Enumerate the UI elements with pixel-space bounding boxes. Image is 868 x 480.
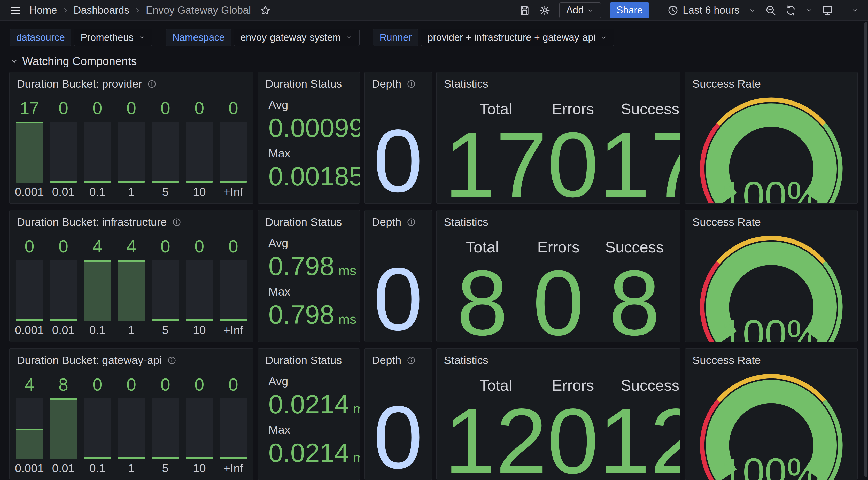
panel-header[interactable]: Duration Status bbox=[258, 349, 360, 367]
bar-fill bbox=[152, 319, 179, 321]
bar-value: 0 bbox=[186, 233, 213, 260]
bar-value: 8 bbox=[50, 371, 77, 398]
bar-column: 00.01 bbox=[50, 233, 77, 337]
bar-fill bbox=[118, 181, 145, 183]
panel-header[interactable]: Success Rate bbox=[685, 210, 858, 229]
tv-mode-icon[interactable] bbox=[822, 5, 833, 16]
panel-title: Duration Status bbox=[265, 78, 342, 90]
bar-bucket-label: 5 bbox=[152, 459, 179, 475]
panel-header[interactable]: Depth bbox=[365, 210, 432, 229]
avg-unit: ms bbox=[338, 263, 356, 278]
menu-icon[interactable] bbox=[9, 4, 22, 17]
panel-title: Duration Status bbox=[265, 354, 342, 367]
bar-value: 0 bbox=[84, 371, 111, 398]
variable-runner: Runner provider + infrastructure + gatew… bbox=[373, 29, 614, 46]
info-icon[interactable] bbox=[407, 217, 416, 227]
bar-value: 4 bbox=[118, 233, 145, 260]
bar-column: 010 bbox=[186, 233, 213, 337]
chevron-right-icon bbox=[134, 7, 141, 14]
clock-icon bbox=[667, 5, 679, 16]
add-button[interactable]: Add bbox=[559, 2, 601, 18]
stat-errors: Errors0 bbox=[547, 100, 598, 204]
bar-column: 010 bbox=[186, 371, 213, 475]
panel-header[interactable]: Duration Bucket: provider bbox=[9, 72, 253, 91]
bar-value: 4 bbox=[84, 233, 111, 260]
max-unit: ms bbox=[338, 311, 356, 327]
top-bar: Home Dashboards Envoy Gateway Global Add… bbox=[0, 0, 868, 21]
gauge: 100% bbox=[685, 229, 858, 342]
panel-title: Duration Status bbox=[265, 216, 342, 229]
bar-column: 01 bbox=[118, 95, 145, 199]
panel-header[interactable]: Duration Status bbox=[258, 72, 360, 91]
time-range-picker[interactable]: Last 6 hours bbox=[667, 4, 740, 16]
bar-fill bbox=[220, 319, 247, 321]
panel-header[interactable]: Statistics bbox=[437, 210, 680, 229]
scrollbar-thumb[interactable] bbox=[864, 22, 867, 477]
panel-depth: Depth 0 bbox=[364, 210, 432, 342]
variable-value: envoy-gateway-system bbox=[241, 32, 341, 43]
panel-header[interactable]: Duration Bucket: gateway-api bbox=[9, 349, 253, 367]
time-range-caret-icon[interactable] bbox=[748, 6, 756, 14]
panel-title: Success Rate bbox=[692, 354, 761, 367]
statistics: Total12 Errors0 Success12 bbox=[437, 367, 680, 480]
info-icon[interactable] bbox=[167, 356, 177, 365]
panel-header[interactable]: Success Rate bbox=[685, 72, 858, 91]
stat-value: 0 bbox=[547, 395, 598, 480]
panel-header[interactable]: Statistics bbox=[437, 349, 680, 367]
info-icon[interactable] bbox=[407, 79, 416, 89]
save-icon[interactable] bbox=[519, 5, 530, 16]
panel-header[interactable]: Statistics bbox=[437, 72, 680, 91]
share-button[interactable]: Share bbox=[610, 2, 649, 18]
panel-header[interactable]: Duration Bucket: infrastructure bbox=[9, 210, 253, 229]
panel-title: Success Rate bbox=[692, 216, 761, 229]
variable-value-dropdown[interactable]: provider + infrastructure + gateway-api bbox=[421, 29, 615, 46]
success-rate-gauge: 100% bbox=[689, 92, 854, 204]
stat-errors: Errors0 bbox=[520, 238, 596, 342]
star-icon[interactable] bbox=[259, 5, 271, 16]
panel-header[interactable]: Success Rate bbox=[685, 349, 858, 367]
depth-value: 0 bbox=[373, 125, 423, 197]
panel-header[interactable]: Depth bbox=[365, 72, 432, 91]
zoom-out-icon[interactable] bbox=[765, 5, 776, 16]
duration-stats: Avg 0.000992ms Max 0.00185ms bbox=[258, 91, 360, 203]
refresh-icon[interactable] bbox=[785, 5, 797, 16]
avg-value: 0.000992 bbox=[269, 115, 360, 141]
panel-header[interactable]: Depth bbox=[365, 349, 432, 367]
stat-value: 17 bbox=[598, 118, 680, 204]
bar-track bbox=[16, 260, 43, 321]
breadcrumb-home[interactable]: Home bbox=[29, 4, 57, 16]
max-stat: Max 0.798ms bbox=[269, 285, 354, 328]
toolbar-divider bbox=[658, 4, 658, 16]
breadcrumb-dashboards[interactable]: Dashboards bbox=[74, 4, 129, 16]
bar-column: 0+Inf bbox=[220, 233, 247, 337]
variable-namespace: Namespace envoy-gateway-system bbox=[166, 29, 360, 46]
row-header-watching-components[interactable]: Watching Components bbox=[0, 46, 868, 68]
refresh-interval-caret-icon[interactable] bbox=[805, 6, 813, 14]
panel-success-rate: Success Rate 100% bbox=[685, 72, 858, 204]
panel-header[interactable]: Duration Status bbox=[258, 210, 360, 229]
panel-title: Statistics bbox=[444, 354, 488, 367]
info-icon[interactable] bbox=[407, 356, 416, 365]
avg-label: Avg bbox=[269, 374, 354, 388]
bar-fill bbox=[16, 319, 43, 321]
bar-track bbox=[84, 260, 111, 321]
panel-statistics: Statistics Total17 Errors0 Success17 bbox=[436, 72, 680, 204]
bar-bucket-label: +Inf bbox=[220, 459, 247, 475]
vertical-scrollbar[interactable] bbox=[864, 21, 867, 478]
bar-bucket-label: +Inf bbox=[220, 321, 247, 337]
stat-value: 12 bbox=[444, 395, 547, 480]
chevron-down-icon bbox=[587, 7, 594, 14]
info-icon[interactable] bbox=[172, 217, 181, 227]
chevron-down-icon bbox=[10, 57, 19, 66]
bar-bucket-label: 0.01 bbox=[50, 183, 77, 199]
collapse-toolbar-icon[interactable] bbox=[851, 6, 859, 14]
add-button-label: Add bbox=[566, 5, 584, 16]
variable-value-dropdown[interactable]: Prometheus bbox=[74, 29, 152, 46]
gear-icon[interactable] bbox=[539, 5, 551, 16]
variable-value-dropdown[interactable]: envoy-gateway-system bbox=[234, 29, 360, 46]
bar-bucket-label: 10 bbox=[186, 459, 213, 475]
avg-stat: Avg 0.0214ms bbox=[269, 374, 354, 418]
bar-track bbox=[16, 122, 43, 183]
bar-track bbox=[220, 260, 247, 321]
info-icon[interactable] bbox=[147, 79, 157, 89]
